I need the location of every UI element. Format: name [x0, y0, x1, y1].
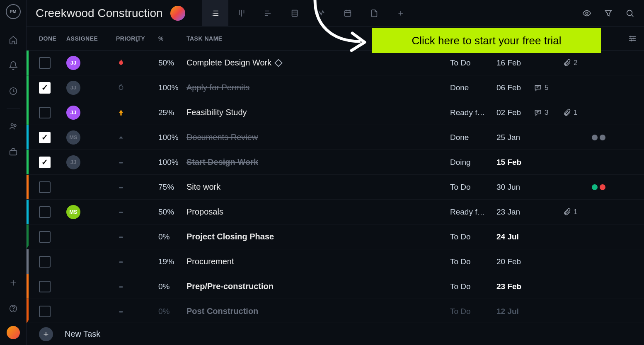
attachments-chip[interactable]: 1	[563, 109, 592, 117]
task-row[interactable]: MS50%Proposals Ready f…23 Jan1	[27, 200, 644, 224]
status-value[interactable]: To Do	[450, 282, 471, 291]
done-checkbox[interactable]	[39, 206, 51, 218]
search-icon[interactable]	[625, 8, 635, 18]
task-row[interactable]: JJ25%Feasibility Study Ready f…02 Feb31	[27, 100, 644, 125]
task-row[interactable]: 0%Prep/Pre-construction To Do23 Feb	[27, 274, 644, 299]
priority-icon[interactable]	[116, 108, 126, 118]
col-priority[interactable]: PRIORITY▼	[116, 35, 158, 42]
attachments-chip[interactable]: 2	[563, 59, 592, 67]
view-list-icon[interactable]	[202, 0, 228, 27]
done-checkbox[interactable]	[39, 82, 51, 94]
assignee-avatar[interactable]: MS	[66, 205, 80, 219]
done-checkbox[interactable]	[39, 181, 51, 193]
comments-chip[interactable]: 3	[534, 109, 563, 117]
priority-icon[interactable]	[116, 83, 126, 93]
team-icon[interactable]	[5, 118, 22, 135]
due-date[interactable]: 02 Feb	[496, 108, 521, 117]
task-name[interactable]: Site work	[186, 182, 450, 192]
new-task-label[interactable]: New Task	[65, 329, 100, 339]
priority-icon[interactable]	[116, 232, 126, 242]
task-row[interactable]: JJ50%Complete Design Work To Do16 Feb2	[27, 51, 644, 75]
assignee-avatar[interactable]: JJ	[66, 155, 80, 169]
due-date[interactable]: 06 Feb	[496, 83, 521, 92]
bell-icon[interactable]	[5, 57, 22, 74]
briefcase-icon[interactable]	[5, 144, 22, 160]
plus-icon[interactable]	[5, 275, 22, 291]
priority-icon[interactable]	[116, 207, 126, 217]
assignee-avatar[interactable]: MS	[66, 130, 80, 145]
task-row[interactable]: JJ100%Apply for Permits Done06 Feb5	[27, 75, 644, 100]
task-name[interactable]: Project Closing Phase	[186, 232, 450, 241]
task-name[interactable]: Prep/Pre-construction	[186, 282, 450, 291]
status-value[interactable]: Ready f…	[450, 207, 485, 216]
task-name[interactable]: Proposals	[186, 207, 450, 217]
add-view-icon[interactable]	[387, 0, 414, 27]
due-date[interactable]: 23 Feb	[496, 282, 521, 291]
assignee-avatar[interactable]: JJ	[66, 81, 80, 95]
view-gantt-icon[interactable]	[255, 0, 281, 27]
assignee-avatar[interactable]: JJ	[66, 56, 80, 70]
column-settings-icon[interactable]	[621, 34, 644, 43]
home-icon[interactable]	[5, 31, 22, 48]
task-name[interactable]: Start Design Work	[186, 157, 450, 167]
priority-icon[interactable]	[116, 306, 126, 316]
filter-icon[interactable]	[603, 8, 613, 18]
eye-icon[interactable]	[582, 8, 592, 18]
priority-icon[interactable]	[116, 58, 126, 68]
task-name[interactable]: Post Construction	[186, 306, 450, 316]
due-date[interactable]: 20 Feb	[496, 257, 521, 266]
done-checkbox[interactable]	[39, 107, 51, 118]
task-row[interactable]: 0%Post Construction To Do12 Jul	[27, 299, 644, 323]
priority-icon[interactable]	[116, 282, 126, 292]
status-value[interactable]: Doing	[450, 158, 471, 166]
project-title[interactable]: Creekwood Construction	[36, 7, 163, 20]
status-value[interactable]: Done	[450, 133, 469, 142]
user-avatar[interactable]	[7, 326, 20, 339]
status-value[interactable]: To Do	[450, 232, 471, 241]
done-checkbox[interactable]	[39, 157, 51, 168]
task-name[interactable]: Apply for Permits	[186, 83, 450, 92]
done-checkbox[interactable]	[39, 281, 51, 292]
status-value[interactable]: Ready f…	[450, 108, 485, 117]
help-icon[interactable]	[5, 300, 22, 317]
done-checkbox[interactable]	[39, 231, 51, 243]
due-date[interactable]: 16 Feb	[496, 58, 521, 67]
status-value[interactable]: To Do	[450, 58, 471, 67]
task-row[interactable]: 75%Site work To Do30 Jun	[27, 175, 644, 200]
due-date[interactable]: 25 Jan	[496, 133, 520, 142]
priority-icon[interactable]	[116, 182, 126, 192]
task-name[interactable]: Documents Review	[186, 133, 450, 142]
col-assignee[interactable]: ASSIGNEE	[66, 35, 116, 42]
done-checkbox[interactable]	[39, 256, 51, 268]
task-row[interactable]: 0%Project Closing Phase To Do24 Jul	[27, 224, 644, 249]
comments-chip[interactable]: 5	[534, 84, 563, 92]
view-board-icon[interactable]	[228, 0, 255, 27]
clock-icon[interactable]	[5, 83, 22, 99]
task-row[interactable]: JJ100%Start Design Work Doing15 Feb	[27, 150, 644, 175]
task-name[interactable]: Complete Design Work	[186, 58, 450, 68]
col-pct[interactable]: %	[158, 35, 186, 42]
priority-icon[interactable]	[116, 257, 126, 267]
due-date[interactable]: 23 Jan	[496, 207, 520, 216]
view-sheet-icon[interactable]	[281, 0, 308, 27]
due-date[interactable]: 15 Feb	[496, 158, 521, 166]
task-row[interactable]: 19%Procurement To Do20 Feb	[27, 249, 644, 274]
view-dashboard-icon[interactable]	[308, 0, 334, 27]
status-value[interactable]: To Do	[450, 183, 471, 191]
project-avatar[interactable]	[170, 6, 185, 21]
assignee-avatar[interactable]: JJ	[66, 106, 80, 120]
task-row[interactable]: MS100%Documents Review Done25 Jan	[27, 125, 644, 150]
due-date[interactable]: 12 Jul	[496, 307, 519, 316]
col-done[interactable]: DONE	[39, 35, 66, 42]
done-checkbox[interactable]	[39, 306, 51, 317]
done-checkbox[interactable]	[39, 57, 51, 69]
task-name[interactable]: Feasibility Study	[186, 108, 450, 117]
status-value[interactable]: To Do	[450, 307, 471, 316]
done-checkbox[interactable]	[39, 132, 51, 143]
priority-icon[interactable]	[116, 133, 126, 142]
priority-icon[interactable]	[116, 157, 126, 167]
status-value[interactable]: Done	[450, 83, 469, 92]
task-name[interactable]: Procurement	[186, 257, 450, 266]
view-files-icon[interactable]	[361, 0, 387, 27]
attachments-chip[interactable]: 1	[563, 208, 592, 216]
